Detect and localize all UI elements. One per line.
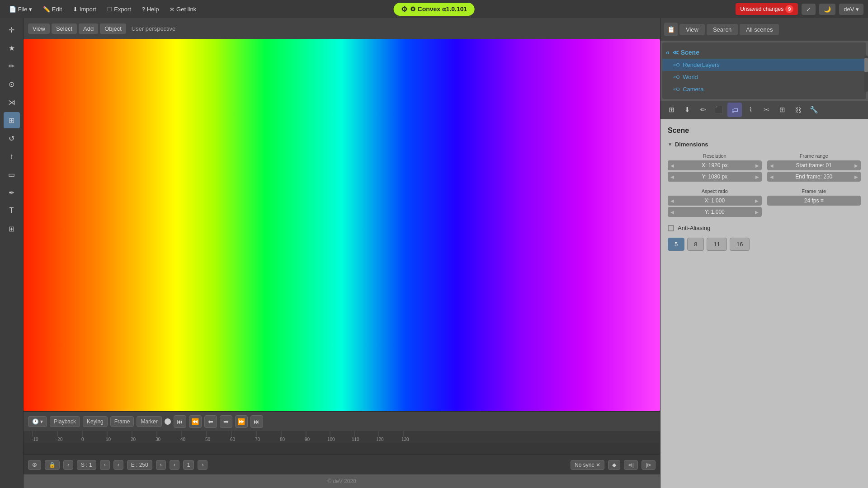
prop-wrench-btn[interactable]: 🔧 (807, 103, 821, 117)
dimensions-arrow: ▼ (668, 142, 672, 147)
prop-transform-btn[interactable]: ⊞ (775, 103, 789, 117)
anti-alias-row: Anti-Aliasing (668, 225, 861, 231)
tool-move[interactable]: ✛ (4, 22, 20, 38)
jump-start-btn[interactable]: ⏮ (174, 415, 186, 428)
fps-field[interactable]: 24 fps ≡ (767, 196, 861, 206)
prop-material-btn[interactable]: ✏ (696, 103, 710, 117)
end-frame-right[interactable]: ▶ (854, 174, 858, 179)
menu-import[interactable]: ⬇ Import (68, 4, 100, 14)
scene-props-title: Scene (668, 127, 861, 135)
viewport-add-btn[interactable]: Add (79, 23, 98, 34)
tab-allscenes[interactable]: All scenes (740, 24, 779, 35)
tool-armature[interactable]: ⊞ (4, 112, 20, 128)
expand-btn[interactable]: ⤢ (802, 4, 816, 15)
prop-tags-btn[interactable]: 🏷 (727, 103, 742, 117)
tab-view[interactable]: View (679, 24, 705, 35)
aspect-y-left[interactable]: ◀ (670, 210, 674, 215)
res-y-left-arrow[interactable]: ◀ (670, 174, 674, 179)
tool-scale[interactable]: ↕ (4, 148, 20, 164)
scene-item-world[interactable]: «⊙ World (662, 71, 866, 83)
tool-box[interactable]: ▭ (4, 166, 20, 183)
frame-prev-btn[interactable]: ‹ (170, 460, 179, 470)
start-frame-left[interactable]: ◀ (770, 163, 774, 168)
record-btn[interactable] (165, 418, 171, 425)
end-prev-btn[interactable]: ‹ (113, 460, 123, 470)
frame-btn[interactable]: Frame (110, 416, 134, 427)
scene-root-item[interactable]: « ≪ Scene (662, 46, 866, 59)
sample-16-btn[interactable]: 16 (730, 238, 750, 251)
jump-end-btn[interactable]: ⏭ (250, 415, 263, 428)
viewport-select-btn[interactable]: Select (52, 23, 77, 34)
tool-rotate[interactable]: ↺ (4, 130, 20, 146)
res-y-field[interactable]: ◀ Y: 1080 px ▶ (668, 172, 762, 182)
clock-menu-btn[interactable]: 🕐 ▾ (28, 416, 47, 427)
prop-scissors-btn[interactable]: ✂ (759, 103, 774, 117)
next-keyframe-btn[interactable]: ⏩ (235, 415, 248, 428)
user-menu-btn[interactable]: deV ▾ (839, 4, 863, 15)
keying-btn[interactable]: Keying (83, 416, 108, 427)
nosync-btn[interactable]: No sync ✕ (571, 460, 604, 470)
menu-edit[interactable]: ✏️ Edit (38, 4, 66, 14)
step-forward-btn[interactable]: ➡ (220, 415, 232, 428)
start-frame-field[interactable]: ◀ Start frame: 01 ▶ (767, 160, 861, 170)
frame-next-btn[interactable]: › (198, 460, 208, 470)
sample-8-btn[interactable]: 8 (687, 238, 704, 251)
left-toolbar: ✛ ★ ✏ ⊙ ⋊ ⊞ ↺ ↕ ▭ ✒ T ⊞ (0, 18, 24, 488)
key-right-btn[interactable]: |⊳ (642, 460, 656, 470)
start-frame-right[interactable]: ▶ (854, 163, 858, 168)
prop-data-btn[interactable]: ⬛ (712, 103, 726, 117)
scene-item-camera[interactable]: «⊙ Camera (662, 83, 866, 95)
tool-brush[interactable]: ✏ (4, 58, 20, 74)
diamond-btn[interactable]: ◆ (608, 460, 620, 470)
tool-nodes[interactable]: ⊞ (4, 221, 20, 237)
tool-circle[interactable]: ⊙ (4, 76, 20, 92)
prop-layers-btn[interactable]: ⊞ (664, 103, 679, 117)
menu-file[interactable]: 📄 📄 FileFile ▾ (5, 4, 37, 14)
end-next-btn[interactable]: › (156, 460, 166, 470)
res-x-right-arrow[interactable]: ▶ (755, 163, 759, 168)
tool-edit-mesh[interactable]: ⋊ (4, 94, 20, 110)
viewport-object-btn[interactable]: Object (100, 23, 126, 34)
res-x-left-arrow[interactable]: ◀ (670, 163, 674, 168)
marker-btn[interactable]: Marker (137, 416, 161, 427)
tool-knife[interactable]: ✒ (4, 184, 20, 201)
res-x-field[interactable]: ◀ X: 1920 px ▶ (668, 160, 762, 170)
peace-icon-btn[interactable]: ☮ (28, 460, 41, 470)
scene-root-icon: « (666, 49, 670, 56)
timeline-area[interactable]: -10 -20 0 10 20 30 40 50 60 (24, 431, 660, 455)
dimensions-section[interactable]: ▼ Dimensions (668, 141, 861, 148)
aspect-x-left[interactable]: ◀ (670, 198, 674, 203)
scene-prev-btn[interactable]: ‹ (63, 460, 73, 470)
prop-constraints-btn[interactable]: ⌇ (743, 103, 758, 117)
tool-text[interactable]: T (4, 202, 20, 219)
end-frame-field[interactable]: ◀ End frame: 250 ▶ (767, 172, 861, 182)
viewport-view-btn[interactable]: View (28, 23, 50, 34)
res-y-right-arrow[interactable]: ▶ (755, 174, 759, 179)
prop-link-btn[interactable]: ⛓ (791, 103, 805, 117)
prop-physics-btn[interactable]: ⬇ (680, 103, 694, 117)
sample-5-btn[interactable]: 5 (668, 238, 684, 251)
lock-icon-btn[interactable]: 🔒 (45, 460, 60, 470)
aspect-y-field[interactable]: ◀ Y: 1.000 ▶ (668, 207, 762, 217)
aspect-x-right[interactable]: ▶ (755, 198, 759, 203)
menu-getlink[interactable]: ⤧ Get link (165, 4, 201, 14)
aspect-y-right[interactable]: ▶ (755, 210, 759, 215)
step-back-btn[interactable]: ⬅ (204, 415, 217, 428)
tab-search[interactable]: Search (707, 24, 738, 35)
svg-text:0: 0 (81, 437, 84, 442)
sample-11-btn[interactable]: 11 (707, 238, 726, 251)
menu-help[interactable]: ? Help (137, 4, 164, 14)
aspect-x-field[interactable]: ◀ X: 1.000 ▶ (668, 196, 762, 206)
theme-toggle-btn[interactable]: 🌙 (819, 4, 835, 15)
anti-alias-checkbox[interactable] (668, 225, 674, 231)
outliner-icon-btn[interactable]: 📋 (664, 23, 678, 36)
viewport-canvas[interactable] (24, 39, 660, 411)
scene-item-renderlayers[interactable]: «⊙ RenderLayers (662, 59, 866, 71)
key-left-btn[interactable]: ⊲| (624, 460, 638, 470)
end-frame-left[interactable]: ◀ (770, 174, 774, 179)
playback-btn[interactable]: Playback (50, 416, 80, 427)
prev-keyframe-btn[interactable]: ⏪ (189, 415, 202, 428)
menu-export[interactable]: ☐ Export (103, 4, 136, 14)
scene-next-btn[interactable]: › (100, 460, 110, 470)
tool-star[interactable]: ★ (4, 40, 20, 56)
